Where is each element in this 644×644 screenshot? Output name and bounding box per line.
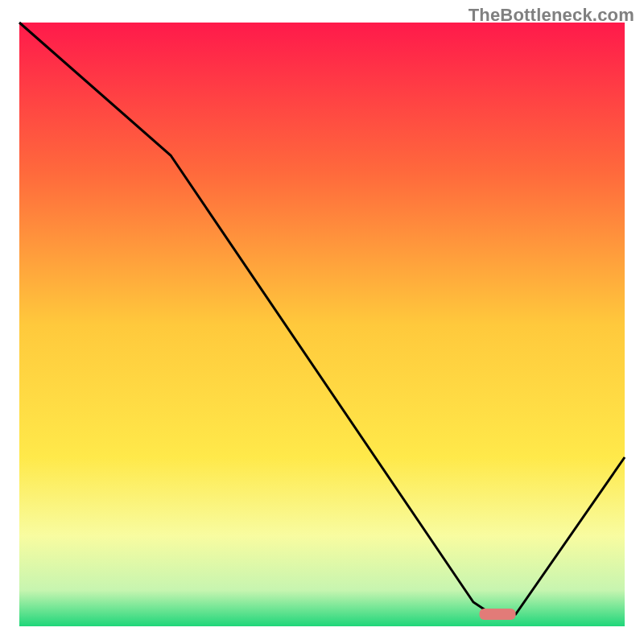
svg-rect-0 [19,23,625,626]
plot-area [19,23,625,626]
optimum-marker [480,609,516,620]
bottleneck-chart [0,0,644,644]
chart-container: TheBottleneck.com [0,0,644,644]
watermark-label: TheBottleneck.com [469,5,634,26]
